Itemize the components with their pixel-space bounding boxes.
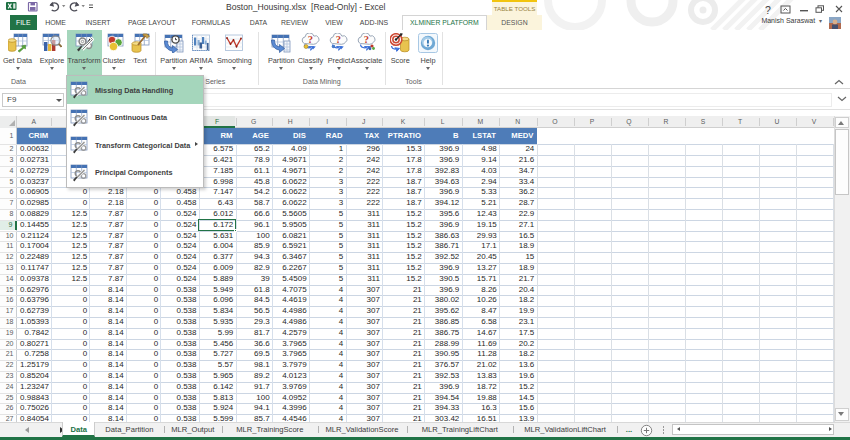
svg-text:?: ? xyxy=(307,34,312,45)
svg-text:?: ? xyxy=(765,4,771,16)
svg-text:?: ? xyxy=(336,34,341,45)
svg-text:?: ? xyxy=(363,34,368,45)
